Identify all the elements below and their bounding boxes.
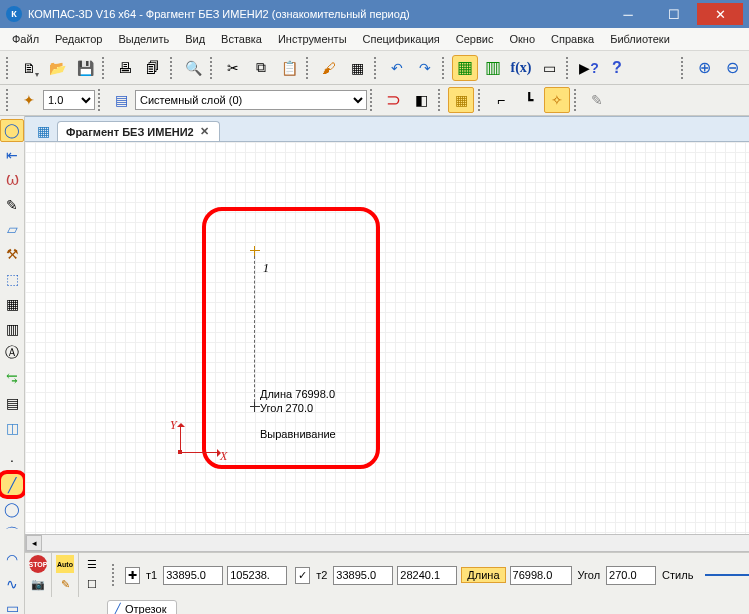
geometry-tool[interactable]: ◯ (0, 119, 24, 142)
pt1-x-input[interactable] (163, 566, 223, 585)
menu-window[interactable]: Окно (501, 31, 543, 47)
menu-view[interactable]: Вид (177, 31, 213, 47)
paste-button[interactable]: 📋 (276, 55, 302, 81)
angle-input[interactable] (606, 566, 656, 585)
fx-button[interactable]: f(x) (508, 55, 534, 81)
style-preview[interactable] (705, 574, 749, 576)
close-button[interactable]: ✕ (697, 3, 743, 25)
maximize-button[interactable]: ☐ (651, 3, 697, 25)
csys-button[interactable]: ✦ (16, 87, 42, 113)
toolbar-grip[interactable] (98, 89, 104, 111)
ellipse-tool[interactable]: ◠ (0, 548, 24, 571)
edit-button[interactable]: ✎ (584, 87, 610, 113)
menu-select[interactable]: Выделить (110, 31, 177, 47)
drawing-canvas[interactable]: 1 Длина 76998.0 Угол 270.0 Выравнивание … (25, 142, 749, 534)
minimize-button[interactable]: ─ (605, 3, 651, 25)
menu-file[interactable]: Файл (4, 31, 47, 47)
print-button[interactable]: 🖶 (112, 55, 138, 81)
magnet-button[interactable]: ⊃ (380, 87, 406, 113)
props-button[interactable]: ▦ (344, 55, 370, 81)
local-csys-button[interactable]: ┗ (516, 87, 542, 113)
table-tool[interactable]: ▤ (0, 391, 24, 414)
zoom-button[interactable]: 🔍 (180, 55, 206, 81)
menu-button[interactable]: ☰ (83, 555, 101, 573)
toolbar-grip[interactable] (681, 57, 687, 79)
pt2-x-input[interactable] (333, 566, 393, 585)
brush-button[interactable]: 🖌 (316, 55, 342, 81)
zoom-out-button[interactable]: ⊖ (719, 55, 745, 81)
pencil-button[interactable]: ✎ (56, 575, 74, 593)
param-tool[interactable]: ▱ (0, 218, 24, 241)
vars-button[interactable]: ▭ (536, 55, 562, 81)
spec-tool[interactable]: ▦ (0, 292, 24, 315)
toolbar-grip[interactable] (374, 57, 380, 79)
measure-tool[interactable]: ⚒ (0, 243, 24, 266)
toolbar-grip[interactable] (574, 89, 580, 111)
edit-tool[interactable]: ✎ (0, 193, 24, 216)
camera-button[interactable]: 📷 (29, 575, 47, 593)
menu-libraries[interactable]: Библиотеки (602, 31, 678, 47)
manager-button-1[interactable]: ▦ (452, 55, 478, 81)
select-tool[interactable]: ⬚ (0, 268, 24, 291)
toolbar-grip[interactable] (6, 89, 12, 111)
abort-button[interactable]: STOP (29, 555, 47, 573)
report-tool[interactable]: ▥ (0, 317, 24, 340)
toolbar-grip[interactable] (102, 57, 108, 79)
pt2-y-input[interactable] (397, 566, 457, 585)
menu-help[interactable]: Справка (543, 31, 602, 47)
toolbar-grip[interactable] (438, 89, 444, 111)
snap-button[interactable]: ◧ (408, 87, 434, 113)
help-button[interactable]: ? (604, 55, 630, 81)
toolbar-grip[interactable] (478, 89, 484, 111)
dimension-tool[interactable]: ⇤ (0, 144, 24, 167)
tab-close-icon[interactable]: ✕ (200, 125, 209, 138)
length-label[interactable]: Длина (461, 567, 505, 583)
spline-tool[interactable]: ∿ (0, 572, 24, 595)
pt1-y-input[interactable] (227, 566, 287, 585)
toolbar-grip[interactable] (210, 57, 216, 79)
whatsthis-button[interactable]: ▶? (576, 55, 602, 81)
offset-tool[interactable]: ⥃ (0, 367, 24, 390)
point-tool[interactable]: · (0, 449, 24, 472)
menu-service[interactable]: Сервис (448, 31, 502, 47)
cut-button[interactable]: ✂ (220, 55, 246, 81)
toolbar-grip[interactable] (442, 57, 448, 79)
toolbar-grip[interactable] (112, 564, 118, 586)
menu-tools[interactable]: Инструменты (270, 31, 355, 47)
horizontal-scrollbar[interactable]: ◂ ▸ (25, 534, 749, 552)
toolbar-grip[interactable] (566, 57, 572, 79)
zoom-in-button[interactable]: ⊕ (691, 55, 717, 81)
dyn-button[interactable]: ✧ (544, 87, 570, 113)
grid-toggle[interactable]: ▦ (448, 87, 474, 113)
pt1-icon[interactable]: ✚ (125, 567, 140, 584)
scale-select[interactable]: 1.0 (43, 90, 95, 110)
length-input[interactable] (510, 566, 572, 585)
command-tab-segment[interactable]: ╱ Отрезок (107, 600, 177, 615)
document-tab[interactable]: Фрагмент БЕЗ ИМЕНИ2 ✕ (57, 121, 220, 141)
preview-button[interactable]: 🗐 (140, 55, 166, 81)
open-button[interactable]: 📂 (44, 55, 70, 81)
ortho-button[interactable]: ⌐ (488, 87, 514, 113)
scroll-left-button[interactable]: ◂ (26, 535, 42, 551)
redo-button[interactable]: ↷ (412, 55, 438, 81)
menu-editor[interactable]: Редактор (47, 31, 110, 47)
menu-insert[interactable]: Вставка (213, 31, 270, 47)
line-segment-tool[interactable]: ╱ (0, 473, 24, 496)
pt2-icon[interactable]: ✓ (295, 567, 310, 584)
toolbar-grip[interactable] (6, 57, 12, 79)
new-button[interactable]: 🗎 (16, 55, 42, 81)
sheet-tool[interactable]: ◫ (0, 416, 24, 439)
toolbar-grip[interactable] (370, 89, 376, 111)
doc-button[interactable]: ☐ (83, 575, 101, 593)
save-button[interactable]: 💾 (72, 55, 98, 81)
layers-icon[interactable]: ▤ (108, 87, 134, 113)
menu-spec[interactable]: Спецификация (355, 31, 448, 47)
toolbar-grip[interactable] (170, 57, 176, 79)
copy-button[interactable]: ⧉ (248, 55, 274, 81)
manager-button-2[interactable]: ▥ (480, 55, 506, 81)
compass-tool[interactable]: Ⓐ (0, 342, 24, 365)
auto-button[interactable]: Auto (56, 555, 74, 573)
circle-tool[interactable]: ◯ (0, 498, 24, 521)
arc-tool[interactable]: ⌒ (0, 523, 24, 546)
toolbar-grip[interactable] (306, 57, 312, 79)
